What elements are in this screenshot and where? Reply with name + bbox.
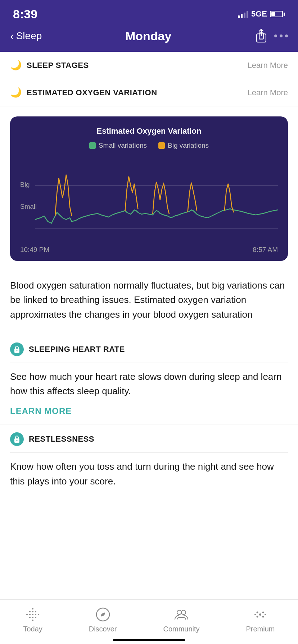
sleep-stages-section: 🌙 SLEEP STAGES Learn More (0, 52, 298, 79)
svg-point-30 (257, 616, 258, 618)
moon-icon: 🌙 (10, 60, 22, 71)
dot-3 (285, 34, 288, 37)
legend-big-label: Big variations (168, 142, 209, 150)
oxygen-variation-learn-more[interactable]: Learn More (247, 88, 288, 97)
status-time: 8:39 (13, 7, 37, 21)
restlessness-description: Know how often you toss and turn during … (10, 459, 288, 488)
chart-legend: Small variations Big variations (20, 142, 278, 150)
community-label: Community (163, 625, 199, 633)
svg-point-32 (254, 614, 256, 615)
svg-point-25 (177, 610, 181, 615)
svg-marker-24 (101, 612, 105, 617)
status-bar: 8:39 5GE (0, 0, 298, 25)
svg-point-22 (32, 620, 33, 621)
svg-point-7 (17, 350, 18, 351)
restlessness-header: RESTLESSNESS (10, 432, 288, 453)
chart-svg: Big Small (20, 157, 278, 243)
oxygen-variation-title: ESTIMATED OXYGEN VARIATION (27, 88, 157, 97)
legend-small-color (89, 142, 96, 149)
battery-icon (270, 11, 285, 17)
svg-point-31 (262, 616, 264, 618)
back-label: Sleep (16, 30, 42, 42)
sleep-stages-title: SLEEP STAGES (27, 61, 89, 70)
restlessness-section: RESTLESSNESS Know how often you toss and… (0, 424, 298, 504)
oxygen-description: Blood oxygen saturation normally fluctua… (0, 271, 298, 335)
svg-point-12 (35, 614, 36, 615)
sleeping-heart-rate-title: SLEEPING HEART RATE (29, 345, 125, 354)
sleep-stages-learn-more[interactable]: Learn More (247, 61, 288, 70)
today-icon (24, 606, 41, 623)
legend-small-label: Small variations (99, 142, 147, 150)
svg-point-20 (38, 614, 39, 615)
svg-point-14 (29, 611, 31, 612)
legend-big-color (158, 142, 165, 149)
nav-today[interactable]: Today (23, 606, 42, 633)
svg-point-18 (35, 617, 36, 618)
chart-time-row: 10:49 PM 8:57 AM (20, 246, 278, 254)
today-label: Today (23, 625, 42, 633)
community-icon (173, 606, 190, 623)
nav-premium[interactable]: Premium (246, 606, 275, 633)
svg-point-29 (262, 612, 264, 613)
signal-icon (238, 10, 248, 18)
lock-icon (10, 342, 24, 356)
moon-icon-2: 🌙 (10, 87, 22, 98)
svg-point-28 (257, 612, 258, 613)
svg-point-10 (32, 614, 33, 615)
sleeping-heart-rate-learn-more[interactable]: LEARN MORE (10, 406, 72, 416)
chart-time-end: 8:57 AM (253, 246, 278, 254)
restlessness-title: RESTLESSNESS (29, 434, 94, 444)
svg-point-21 (32, 608, 33, 610)
page-title: Monday (125, 29, 171, 43)
bottom-nav: Today Discover Community (0, 599, 298, 644)
discover-icon (95, 606, 111, 623)
svg-point-15 (35, 611, 36, 612)
svg-point-13 (32, 611, 33, 612)
svg-text:Small: Small (20, 203, 37, 210)
svg-point-17 (29, 617, 31, 618)
chart-area: Big Small (20, 157, 278, 243)
nav-header: ‹ Sleep Monday (0, 25, 298, 52)
oxygen-chart: Estimated Oxygen Variation Small variati… (10, 116, 288, 261)
network-label: 5GE (251, 9, 267, 19)
nav-actions (255, 29, 288, 43)
legend-big: Big variations (158, 142, 209, 150)
back-button[interactable]: ‹ Sleep (10, 29, 42, 43)
svg-point-9 (17, 440, 18, 441)
dot-2 (280, 34, 283, 37)
premium-icon (252, 606, 268, 623)
chart-time-start: 10:49 PM (20, 246, 49, 254)
oxygen-description-text: Blood oxygen saturation normally fluctua… (10, 280, 285, 320)
share-icon[interactable] (255, 29, 268, 43)
svg-point-19 (26, 614, 28, 615)
legend-small: Small variations (89, 142, 147, 150)
sleeping-heart-rate-section: SLEEPING HEART RATE See how much your he… (0, 335, 298, 425)
nav-discover[interactable]: Discover (89, 606, 117, 633)
svg-text:Big: Big (20, 181, 30, 188)
more-options[interactable] (274, 34, 288, 37)
lock-icon-2 (10, 432, 24, 446)
nav-community[interactable]: Community (163, 606, 199, 633)
chart-title: Estimated Oxygen Variation (20, 126, 278, 136)
premium-label: Premium (246, 625, 275, 633)
oxygen-variation-section: 🌙 ESTIMATED OXYGEN VARIATION Learn More (0, 79, 298, 106)
svg-point-16 (32, 617, 33, 618)
status-icons: 5GE (238, 9, 285, 19)
back-arrow-icon: ‹ (10, 29, 14, 43)
svg-point-11 (29, 614, 31, 615)
dot-1 (274, 34, 277, 37)
svg-point-26 (181, 610, 186, 615)
sleeping-heart-rate-header: SLEEPING HEART RATE (10, 342, 288, 363)
sleeping-heart-rate-description: See how much your heart rate slows down … (10, 369, 288, 399)
svg-point-27 (259, 613, 261, 616)
discover-label: Discover (89, 625, 117, 633)
svg-point-33 (265, 614, 266, 615)
home-indicator (113, 639, 185, 641)
